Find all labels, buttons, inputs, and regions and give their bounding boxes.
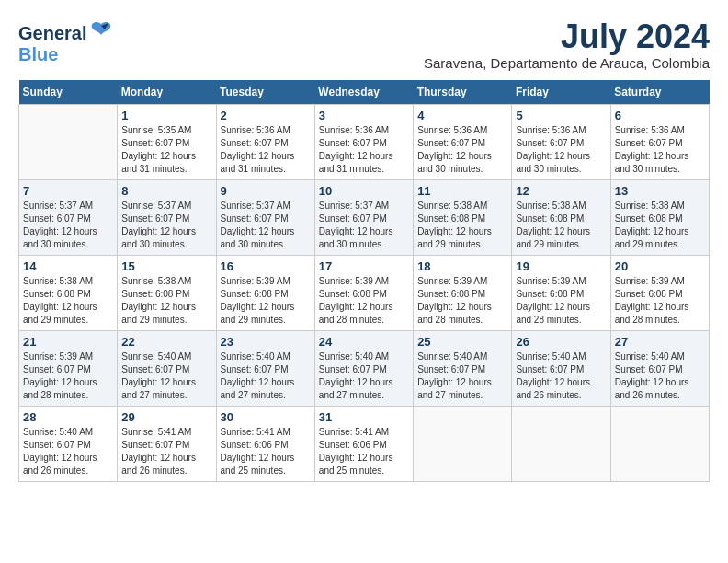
day-number: 11 xyxy=(417,184,507,198)
weekday-header-row: SundayMondayTuesdayWednesdayThursdayFrid… xyxy=(19,80,710,105)
weekday-header-monday: Monday xyxy=(118,80,216,105)
day-info: Sunrise: 5:37 AMSunset: 6:07 PMDaylight:… xyxy=(23,200,113,251)
day-info: Sunrise: 5:39 AMSunset: 6:08 PMDaylight:… xyxy=(615,275,705,327)
day-number: 5 xyxy=(516,109,606,122)
calendar-cell: 17Sunrise: 5:39 AMSunset: 6:08 PMDayligh… xyxy=(314,255,413,330)
day-number: 19 xyxy=(516,259,606,273)
day-number: 23 xyxy=(221,335,311,349)
calendar-cell: 20Sunrise: 5:39 AMSunset: 6:08 PMDayligh… xyxy=(610,255,709,330)
day-info: Sunrise: 5:38 AMSunset: 6:08 PMDaylight:… xyxy=(516,200,606,251)
calendar-cell: 3Sunrise: 5:36 AMSunset: 6:07 PMDaylight… xyxy=(314,104,413,179)
logo-bird-icon xyxy=(88,18,114,48)
calendar-cell: 13Sunrise: 5:38 AMSunset: 6:08 PMDayligh… xyxy=(610,179,709,255)
day-number: 1 xyxy=(121,109,211,122)
day-number: 16 xyxy=(221,259,311,273)
day-number: 13 xyxy=(615,184,705,198)
calendar-cell: 25Sunrise: 5:40 AMSunset: 6:07 PMDayligh… xyxy=(414,330,512,406)
calendar-cell: 24Sunrise: 5:40 AMSunset: 6:07 PMDayligh… xyxy=(314,330,413,406)
calendar-cell: 2Sunrise: 5:36 AMSunset: 6:07 PMDaylight… xyxy=(216,104,314,179)
calendar-table: SundayMondayTuesdayWednesdayThursdayFrid… xyxy=(18,80,710,482)
calendar-cell: 21Sunrise: 5:39 AMSunset: 6:07 PMDayligh… xyxy=(19,330,118,406)
calendar-cell: 14Sunrise: 5:38 AMSunset: 6:08 PMDayligh… xyxy=(19,255,118,330)
day-number: 30 xyxy=(221,410,311,424)
weekday-header-saturday: Saturday xyxy=(610,80,709,105)
day-number: 3 xyxy=(319,109,409,122)
title-section: July 2024 Saravena, Departamento de Arau… xyxy=(424,18,710,71)
day-number: 26 xyxy=(516,335,606,349)
calendar-cell: 16Sunrise: 5:39 AMSunset: 6:08 PMDayligh… xyxy=(216,255,314,330)
day-number: 4 xyxy=(417,109,507,122)
calendar-cell: 4Sunrise: 5:36 AMSunset: 6:07 PMDaylight… xyxy=(414,104,512,179)
day-info: Sunrise: 5:41 AMSunset: 6:07 PMDaylight:… xyxy=(121,426,211,477)
day-number: 6 xyxy=(615,109,705,122)
calendar-cell xyxy=(414,406,512,481)
day-info: Sunrise: 5:39 AMSunset: 6:08 PMDaylight:… xyxy=(516,275,606,327)
logo: General Blue xyxy=(18,18,114,65)
calendar-cell: 27Sunrise: 5:40 AMSunset: 6:07 PMDayligh… xyxy=(610,330,709,406)
calendar-week-row: 28Sunrise: 5:40 AMSunset: 6:07 PMDayligh… xyxy=(19,406,710,481)
day-info: Sunrise: 5:36 AMSunset: 6:07 PMDaylight:… xyxy=(417,124,507,176)
day-number: 25 xyxy=(417,335,507,349)
calendar-week-row: 1Sunrise: 5:35 AMSunset: 6:07 PMDaylight… xyxy=(19,104,710,179)
calendar-cell: 11Sunrise: 5:38 AMSunset: 6:08 PMDayligh… xyxy=(414,179,512,255)
calendar-cell: 8Sunrise: 5:37 AMSunset: 6:07 PMDaylight… xyxy=(118,179,216,255)
calendar-cell: 29Sunrise: 5:41 AMSunset: 6:07 PMDayligh… xyxy=(118,406,216,481)
calendar-cell: 12Sunrise: 5:38 AMSunset: 6:08 PMDayligh… xyxy=(512,179,610,255)
day-info: Sunrise: 5:37 AMSunset: 6:07 PMDaylight:… xyxy=(121,200,211,251)
weekday-header-thursday: Thursday xyxy=(414,80,512,105)
day-info: Sunrise: 5:39 AMSunset: 6:07 PMDaylight:… xyxy=(23,350,113,402)
day-info: Sunrise: 5:37 AMSunset: 6:07 PMDaylight:… xyxy=(221,200,311,251)
day-info: Sunrise: 5:35 AMSunset: 6:07 PMDaylight:… xyxy=(121,124,211,176)
calendar-week-row: 14Sunrise: 5:38 AMSunset: 6:08 PMDayligh… xyxy=(19,255,710,330)
day-info: Sunrise: 5:40 AMSunset: 6:07 PMDaylight:… xyxy=(615,350,705,402)
day-info: Sunrise: 5:40 AMSunset: 6:07 PMDaylight:… xyxy=(23,426,113,477)
day-number: 15 xyxy=(121,259,211,273)
day-number: 18 xyxy=(417,259,507,273)
weekday-header-wednesday: Wednesday xyxy=(314,80,413,105)
day-info: Sunrise: 5:36 AMSunset: 6:07 PMDaylight:… xyxy=(615,124,705,176)
calendar-cell: 10Sunrise: 5:37 AMSunset: 6:07 PMDayligh… xyxy=(314,179,413,255)
calendar-cell: 26Sunrise: 5:40 AMSunset: 6:07 PMDayligh… xyxy=(512,330,610,406)
calendar-cell: 18Sunrise: 5:39 AMSunset: 6:08 PMDayligh… xyxy=(414,255,512,330)
day-info: Sunrise: 5:41 AMSunset: 6:06 PMDaylight:… xyxy=(319,426,409,477)
calendar-cell: 5Sunrise: 5:36 AMSunset: 6:07 PMDaylight… xyxy=(512,104,610,179)
day-number: 10 xyxy=(319,184,409,198)
day-info: Sunrise: 5:37 AMSunset: 6:07 PMDaylight:… xyxy=(319,200,409,251)
calendar-week-row: 7Sunrise: 5:37 AMSunset: 6:07 PMDaylight… xyxy=(19,179,710,255)
calendar-cell: 31Sunrise: 5:41 AMSunset: 6:06 PMDayligh… xyxy=(314,406,413,481)
day-info: Sunrise: 5:36 AMSunset: 6:07 PMDaylight:… xyxy=(516,124,606,176)
day-number: 12 xyxy=(516,184,606,198)
logo-general: General xyxy=(18,23,86,44)
month-year-title: July 2024 xyxy=(424,18,710,55)
calendar-cell: 1Sunrise: 5:35 AMSunset: 6:07 PMDaylight… xyxy=(118,104,216,179)
weekday-header-sunday: Sunday xyxy=(19,80,118,105)
calendar-cell: 30Sunrise: 5:41 AMSunset: 6:06 PMDayligh… xyxy=(216,406,314,481)
day-number: 2 xyxy=(221,109,311,122)
day-info: Sunrise: 5:40 AMSunset: 6:07 PMDaylight:… xyxy=(319,350,409,402)
day-number: 27 xyxy=(615,335,705,349)
calendar-cell: 19Sunrise: 5:39 AMSunset: 6:08 PMDayligh… xyxy=(512,255,610,330)
day-info: Sunrise: 5:39 AMSunset: 6:08 PMDaylight:… xyxy=(319,275,409,327)
day-number: 9 xyxy=(221,184,311,198)
day-info: Sunrise: 5:40 AMSunset: 6:07 PMDaylight:… xyxy=(417,350,507,402)
day-number: 24 xyxy=(319,335,409,349)
day-info: Sunrise: 5:40 AMSunset: 6:07 PMDaylight:… xyxy=(121,350,211,402)
day-number: 29 xyxy=(121,410,211,424)
day-number: 21 xyxy=(23,335,113,349)
day-info: Sunrise: 5:38 AMSunset: 6:08 PMDaylight:… xyxy=(121,275,211,327)
calendar-cell: 9Sunrise: 5:37 AMSunset: 6:07 PMDaylight… xyxy=(216,179,314,255)
day-number: 8 xyxy=(121,184,211,198)
day-number: 17 xyxy=(319,259,409,273)
calendar-week-row: 21Sunrise: 5:39 AMSunset: 6:07 PMDayligh… xyxy=(19,330,710,406)
day-info: Sunrise: 5:36 AMSunset: 6:07 PMDaylight:… xyxy=(221,124,311,176)
day-info: Sunrise: 5:39 AMSunset: 6:08 PMDaylight:… xyxy=(417,275,507,327)
day-info: Sunrise: 5:38 AMSunset: 6:08 PMDaylight:… xyxy=(615,200,705,251)
day-number: 22 xyxy=(121,335,211,349)
location-subtitle: Saravena, Departamento de Arauca, Colomb… xyxy=(424,55,710,71)
calendar-cell: 6Sunrise: 5:36 AMSunset: 6:07 PMDaylight… xyxy=(610,104,709,179)
weekday-header-tuesday: Tuesday xyxy=(216,80,314,105)
day-info: Sunrise: 5:41 AMSunset: 6:06 PMDaylight:… xyxy=(221,426,311,477)
day-number: 31 xyxy=(319,410,409,424)
day-number: 20 xyxy=(615,259,705,273)
day-number: 7 xyxy=(23,184,113,198)
